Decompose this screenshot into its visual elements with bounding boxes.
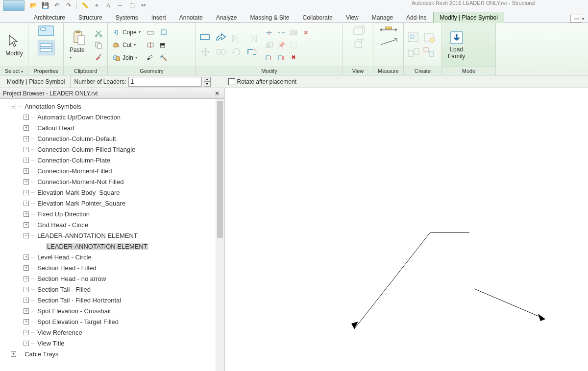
qat-redo-icon[interactable]: ↷: [64, 0, 74, 10]
demolish-button[interactable]: 🔨: [158, 52, 170, 63]
tab-annotate[interactable]: Annotate: [173, 12, 209, 23]
trim-extend-single-icon[interactable]: [264, 52, 274, 63]
scrollbar-thumb[interactable]: [217, 101, 223, 238]
mirror-axis-icon[interactable]: [230, 33, 243, 44]
qat-section-icon[interactable]: ✂: [139, 0, 148, 10]
tree-expand-icon[interactable]: +: [24, 308, 29, 314]
trim-icon[interactable]: [246, 46, 259, 57]
notch-button[interactable]: [145, 27, 156, 38]
tree-collapse-icon[interactable]: −: [11, 104, 16, 109]
tree-expand-icon[interactable]: +: [24, 222, 29, 228]
qat-tag-icon[interactable]: ⬚: [127, 0, 137, 10]
app-menu-button[interactable]: [3, 0, 24, 11]
tree-item[interactable]: Section Tail - Filled Horizontal: [37, 297, 121, 304]
type-properties-icon[interactable]: [38, 41, 54, 55]
paint-button[interactable]: 🖌: [145, 52, 156, 63]
qat-align-icon[interactable]: ⌖: [92, 0, 101, 10]
tree-item[interactable]: Connection-Moment-Not Filled: [37, 178, 123, 186]
tab-structure[interactable]: Structure: [72, 12, 109, 23]
tab-add-ins[interactable]: Add-Ins: [400, 12, 433, 23]
cope-button[interactable]: Cope▾: [111, 27, 143, 38]
tree-item[interactable]: Elevation Mark Pointer_Square: [37, 200, 125, 207]
tree-item[interactable]: View Reference: [37, 329, 82, 336]
tree-expand-icon[interactable]: +: [24, 190, 29, 195]
leaders-input[interactable]: [128, 77, 202, 87]
match-type-button[interactable]: [93, 51, 104, 62]
tab-insert[interactable]: Insert: [145, 12, 172, 23]
qat-text-icon[interactable]: A: [103, 0, 113, 10]
leaders-spinner[interactable]: ▲ ▼: [204, 77, 211, 87]
tree-item-leader-annotation[interactable]: LEADER-ANNOTATION ELEMENT: [37, 232, 138, 239]
spinner-down-icon[interactable]: ▼: [204, 82, 211, 87]
project-browser-close-button[interactable]: ✕: [213, 90, 221, 97]
tab-collaborate[interactable]: Collaborate: [296, 12, 339, 23]
tree-item[interactable]: Elevation Mark Body_Square: [37, 189, 120, 196]
create-parts-icon[interactable]: [422, 46, 436, 59]
view-cube-icon[interactable]: [351, 39, 366, 50]
qat-measure-icon[interactable]: 📏: [80, 0, 90, 10]
offset-icon[interactable]: [215, 33, 227, 44]
spinner-up-icon[interactable]: ▲: [204, 77, 211, 82]
cut-geometry-button[interactable]: Cut▾: [111, 40, 143, 50]
properties-icon[interactable]: [38, 25, 54, 40]
tree-expand-icon[interactable]: +: [24, 287, 29, 292]
tree-expand-icon[interactable]: +: [24, 255, 29, 260]
qat-save-icon[interactable]: 💾: [40, 0, 50, 10]
tree-expand-icon[interactable]: +: [24, 298, 29, 303]
tree-item[interactable]: Section Head - no arrow: [37, 275, 106, 282]
scale-icon[interactable]: [264, 40, 274, 50]
create-group-icon[interactable]: [407, 31, 420, 44]
paste-button[interactable]: Paste ▾: [67, 28, 91, 62]
tab-systems[interactable]: Systems: [109, 12, 145, 23]
rotate-icon[interactable]: [230, 46, 243, 57]
tree-item[interactable]: Automatic Up/Down Direction: [37, 114, 121, 121]
tab-analyze[interactable]: Analyze: [210, 12, 244, 23]
modify-button[interactable]: Modify: [3, 31, 25, 59]
tree-expand-icon[interactable]: +: [24, 158, 29, 163]
tree-expand-icon[interactable]: +: [11, 351, 16, 357]
split-face-button[interactable]: [145, 40, 156, 50]
array-icon[interactable]: [288, 27, 299, 38]
mirror-draw-icon[interactable]: [246, 33, 259, 44]
trim-extend-multi-icon[interactable]: [276, 52, 287, 63]
pin-icon[interactable]: 📌: [276, 40, 287, 50]
tree-item[interactable]: View Title: [37, 340, 64, 347]
tree-root-annotation-symbols[interactable]: Annotation Symbols: [24, 103, 81, 110]
tree-item[interactable]: Connection-Moment-Filled: [37, 167, 112, 175]
tree-expand-icon[interactable]: +: [24, 125, 29, 131]
project-browser-scrollbar[interactable]: [216, 99, 224, 371]
measure-along-icon[interactable]: [378, 38, 399, 47]
create-assembly-icon[interactable]: [422, 31, 436, 44]
tab-architecture[interactable]: Architecture: [27, 12, 72, 23]
tree-item[interactable]: Connection-Column-Plate: [37, 157, 110, 164]
split-gap-icon[interactable]: [276, 27, 287, 38]
tree-expand-icon[interactable]: +: [24, 147, 29, 152]
group-icon[interactable]: [288, 40, 299, 50]
tree-expand-icon[interactable]: +: [24, 168, 29, 174]
ribbon-minimize-caret-icon[interactable]: ▾: [582, 17, 584, 21]
measure-between-icon[interactable]: [378, 25, 399, 35]
create-similar-icon[interactable]: [407, 46, 420, 59]
panel-select-title[interactable]: Select ▾: [0, 67, 28, 75]
move-icon[interactable]: [199, 46, 212, 57]
tree-expand-icon[interactable]: +: [24, 115, 29, 120]
rotate-checkbox[interactable]: [228, 78, 235, 85]
beam-join-button[interactable]: ⬒: [158, 40, 170, 50]
tree-item[interactable]: Spot Elevation - Crosshair: [37, 307, 111, 315]
tree-expand-icon[interactable]: +: [24, 265, 29, 271]
tree-expand-icon[interactable]: +: [24, 211, 29, 217]
tree-expand-icon[interactable]: +: [24, 330, 29, 335]
tree-expand-icon[interactable]: +: [24, 136, 29, 141]
view-box-icon[interactable]: [351, 25, 366, 37]
align-icon[interactable]: [199, 33, 212, 44]
qat-open-icon[interactable]: 📂: [28, 0, 38, 10]
tree-item[interactable]: Callout Head: [37, 124, 74, 132]
tree-item[interactable]: Grid Head - Circle: [37, 221, 88, 229]
tree-item-leader-annotation-child[interactable]: LEADER-ANNOTATION ELEMENT: [46, 243, 148, 250]
tree-item[interactable]: Connection-Column-Filled Triangle: [37, 146, 135, 153]
tree-item[interactable]: Connection-Column-Default: [37, 135, 116, 142]
tree-expand-icon[interactable]: +: [24, 319, 29, 325]
tree-expand-icon[interactable]: +: [24, 179, 29, 185]
tree-expand-icon[interactable]: +: [24, 201, 29, 206]
split-element-icon[interactable]: [264, 27, 274, 38]
